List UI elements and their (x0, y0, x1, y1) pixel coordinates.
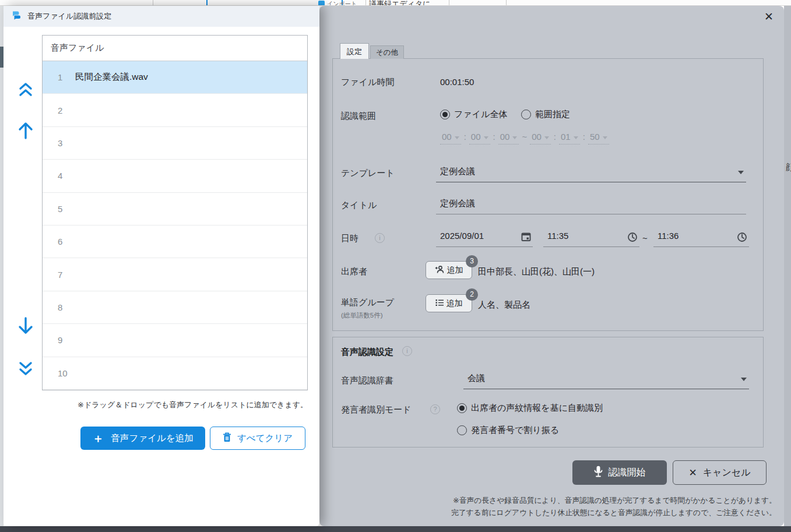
time-part-value: 50 (590, 132, 600, 142)
date-value: 2025/09/01 (440, 231, 484, 241)
file-list-row[interactable]: 9 (43, 324, 307, 357)
title-input[interactable]: 定例会議 (436, 196, 746, 214)
move-bottom-icon[interactable] (17, 361, 34, 379)
range-specify-label: 範囲指定 (535, 109, 570, 120)
file-row-number: 10 (58, 368, 73, 378)
title-value: 定例会議 (440, 198, 475, 209)
calendar-icon[interactable] (521, 232, 531, 244)
add-audio-file-button[interactable]: ＋ 音声ファイルを追加 (80, 427, 205, 450)
app-logo-icon (12, 10, 22, 22)
file-list-row[interactable]: 4 (43, 160, 307, 192)
screen: インポート 議事録エディタに 顔 ✕ 設定 その他 ファイル時間 00:01:5… (0, 0, 791, 532)
drag-drop-note: ※ドラッグ＆ドロップでも音声ファイルをリストに追加できます。 (78, 400, 308, 410)
title-label: タイトル (341, 200, 377, 211)
asr-dictionary-label: 音声認識辞書 (341, 375, 393, 386)
time-part-select[interactable]: 00 (498, 132, 519, 145)
close-icon[interactable]: ✕ (761, 9, 776, 24)
bg-editor-tab-fragment: 議事録エディタに (369, 0, 431, 6)
asr-dictionary-dropdown[interactable]: 会議 (463, 371, 749, 389)
clock-icon[interactable] (627, 232, 638, 245)
bg-app-logo-fragment (318, 1, 325, 6)
time-part-select[interactable]: 50 (588, 132, 609, 145)
background-right-sliver: 顔 (784, 6, 791, 526)
chevron-down-icon (455, 136, 459, 139)
start-time-input[interactable]: 11:35 (543, 228, 639, 247)
move-down-icon[interactable] (17, 316, 34, 337)
cancel-button[interactable]: ✕ キャンセル (673, 460, 767, 485)
cancel-x-icon: ✕ (688, 467, 697, 479)
file-rows-container: 1民間企業会議.wav2345678910 (43, 61, 307, 390)
time-separator: : (490, 132, 498, 142)
recognition-warning-note: ※音声の長さや録音品質により、音声認識の処理が完了するまで時間がかかることがあり… (407, 494, 776, 519)
file-list-row[interactable]: 3 (43, 127, 307, 160)
move-up-icon[interactable] (17, 121, 34, 142)
start-recognition-button[interactable]: 認識開始 (572, 460, 667, 485)
file-list-row[interactable]: 6 (43, 226, 307, 258)
file-row-number: 8 (58, 302, 73, 312)
chevron-down-icon[interactable] (741, 378, 747, 381)
radio-voiceprint-checked[interactable] (457, 403, 467, 413)
chevron-down-icon[interactable] (738, 171, 744, 174)
time-part-select[interactable]: 01 (559, 132, 580, 145)
tab-other[interactable]: その他 (370, 45, 404, 59)
file-row-number: 4 (58, 171, 73, 181)
file-list-row[interactable]: 1民間企業会議.wav (43, 61, 307, 94)
audio-file-list: 音声ファイル 1民間企業会議.wav2345678910 (42, 35, 308, 390)
attendees-add-button[interactable]: 追加 (426, 261, 472, 279)
file-list-row[interactable]: 8 (43, 291, 307, 324)
file-time-label: ファイル時間 (341, 77, 394, 88)
speaker-mode-option-voiceprint[interactable]: 出席者の声紋情報を基に自動識別 (457, 403, 603, 414)
time-part-select[interactable]: 00 (440, 132, 461, 145)
trash-icon (223, 432, 231, 445)
time-separator: : (551, 132, 559, 142)
file-list-row[interactable]: 7 (43, 258, 307, 291)
tab-settings[interactable]: 設定 (340, 43, 369, 59)
end-time-input[interactable]: 11:36 (653, 228, 749, 247)
word-group-label: 単語グループ (341, 297, 394, 308)
settings-group-box (332, 58, 764, 331)
time-part-select[interactable]: 00 (530, 132, 551, 145)
speaker-mode-option-number[interactable]: 発言者番号で割り振る (457, 425, 559, 436)
template-dropdown[interactable]: 定例会議 (436, 164, 746, 182)
attendees-add-label: 追加 (447, 265, 463, 276)
radio-range-unchecked[interactable] (521, 110, 531, 119)
range-option-specify[interactable]: 範囲指定 (521, 109, 570, 120)
time-part-value: 00 (532, 132, 542, 142)
clear-all-button[interactable]: すべてクリア (210, 427, 305, 450)
window-titlebar: 音声ファイル認識前設定 (3, 6, 319, 27)
time-part-select[interactable]: 00 (469, 132, 490, 145)
file-list-row[interactable]: 5 (43, 193, 307, 226)
start-time-value: 11:35 (547, 231, 568, 241)
file-row-number: 1 (58, 72, 73, 82)
range-full-file-label: ファイル全体 (454, 109, 507, 120)
word-group-add-label: 追加 (447, 298, 463, 309)
time-separator: : (580, 132, 588, 142)
datetime-tilde: ~ (642, 233, 648, 243)
bg-import-tab-fragment: インポート (327, 0, 357, 6)
file-list-row[interactable]: 2 (43, 94, 307, 126)
datetime-info-icon[interactable]: i (375, 233, 385, 243)
date-input[interactable]: 2025/09/01 (436, 228, 533, 247)
file-row-name: 民間企業会議.wav (75, 71, 148, 83)
word-group-count-badge: 2 (466, 288, 478, 301)
word-group-add-button[interactable]: 追加 (426, 294, 472, 312)
move-top-icon[interactable] (17, 82, 34, 99)
recognition-settings-dialog: ✕ 設定 その他 ファイル時間 00:01:50 認識範囲 ファイル全体 範囲指… (319, 6, 784, 526)
clock-icon[interactable] (737, 232, 747, 245)
time-part-value: 00 (500, 132, 510, 142)
asr-settings-header: 音声認識設定 (341, 347, 393, 358)
bg-tab-divider (153, 0, 153, 6)
radio-number-unchecked[interactable] (457, 425, 467, 435)
file-row-number: 6 (58, 237, 73, 246)
clear-all-label: すべてクリア (237, 432, 293, 445)
range-option-full-file[interactable]: ファイル全体 (440, 109, 507, 120)
background-right-text-fragment: 顔 (786, 162, 791, 173)
time-part-value: 00 (442, 132, 452, 142)
file-list-row[interactable]: 10 (43, 357, 307, 390)
plus-icon: ＋ (92, 433, 104, 443)
radio-full-file-checked[interactable] (440, 110, 450, 119)
end-time-value: 11:36 (658, 231, 678, 241)
asr-info-icon[interactable]: i (402, 346, 412, 356)
speaker-mode-help-icon[interactable]: ? (430, 404, 440, 414)
word-group-value: 人名、製品名 (478, 300, 530, 311)
